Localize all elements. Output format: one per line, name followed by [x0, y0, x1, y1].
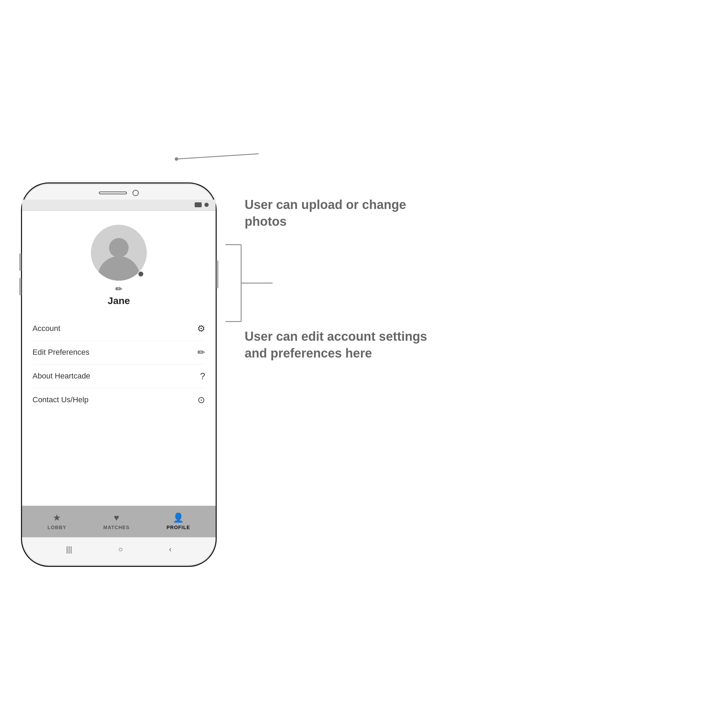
svg-point-1 — [175, 157, 178, 161]
contact-label: Contact Us/Help — [32, 395, 89, 404]
profile-section: ✏ Jane — [22, 211, 216, 314]
volume-down-button — [19, 278, 21, 295]
svg-line-0 — [176, 154, 258, 159]
menu-item-edit-preferences[interactable]: Edit Preferences ✏ — [32, 341, 205, 364]
battery-icon — [195, 202, 202, 207]
username-label: Jane — [108, 295, 130, 306]
nav-matches[interactable]: ♥ MATCHES — [104, 512, 130, 530]
edit-preferences-label: Edit Preferences — [32, 348, 89, 357]
page-wrapper: ✏ Jane Account ⚙ Edit Preferences ✏ Abou… — [21, 162, 707, 567]
menu-list: Account ⚙ Edit Preferences ✏ About Heart… — [22, 314, 216, 506]
account-label: Account — [32, 324, 60, 333]
bottom-nav: ★ LOBBY ♥ MATCHES 👤 PROFILE — [22, 506, 216, 537]
annotations-column: User can upload or change photos User ca… — [238, 162, 707, 404]
menu-control[interactable]: ||| — [66, 545, 72, 554]
gear-icon: ⚙ — [197, 323, 205, 334]
annotation-settings-block: User can edit account settings and prefe… — [245, 328, 707, 362]
phone-screen: ✏ Jane Account ⚙ Edit Preferences ✏ Abou… — [22, 211, 216, 537]
annotation-photos-text: User can upload or change photos — [245, 196, 447, 230]
menu-item-contact[interactable]: Contact Us/Help ⊙ — [32, 388, 205, 412]
nav-lobby[interactable]: ★ LOBBY — [47, 512, 66, 530]
nav-profile[interactable]: 👤 PROFILE — [166, 512, 190, 530]
back-control[interactable]: ‹ — [169, 545, 171, 554]
edit-name-icon[interactable]: ✏ — [115, 284, 122, 294]
matches-label: MATCHES — [104, 525, 130, 530]
signal-icon — [205, 203, 209, 207]
alert-icon: ⊙ — [197, 395, 205, 405]
menu-item-about[interactable]: About Heartcade ? — [32, 364, 205, 388]
phone-speaker — [99, 191, 127, 194]
phone-camera — [133, 190, 139, 196]
edit-icon: ✏ — [197, 347, 205, 358]
lobby-label: LOBBY — [47, 525, 66, 530]
status-bar — [22, 200, 216, 211]
phone-frame: ✏ Jane Account ⚙ Edit Preferences ✏ Abou… — [21, 182, 217, 567]
volume-up-button — [19, 253, 21, 271]
annotation-photos-block: User can upload or change photos — [245, 196, 707, 230]
profile-label: PROFILE — [166, 525, 190, 530]
avatar-wrapper[interactable] — [91, 225, 147, 281]
avatar-upload-dot[interactable] — [138, 271, 144, 277]
home-control[interactable]: ○ — [118, 545, 123, 554]
about-label: About Heartcade — [32, 372, 90, 381]
help-icon: ? — [200, 371, 205, 382]
matches-icon: ♥ — [113, 512, 119, 523]
power-button — [216, 260, 219, 288]
menu-item-account[interactable]: Account ⚙ — [32, 317, 205, 341]
phone-top — [22, 184, 216, 200]
phone-bottom-controls: ||| ○ ‹ — [22, 537, 216, 562]
avatar-body — [98, 256, 140, 281]
avatar-head — [109, 238, 128, 258]
profile-icon: 👤 — [173, 512, 184, 523]
lobby-icon: ★ — [53, 512, 61, 523]
annotation-settings-text: User can edit account settings and prefe… — [245, 328, 447, 362]
